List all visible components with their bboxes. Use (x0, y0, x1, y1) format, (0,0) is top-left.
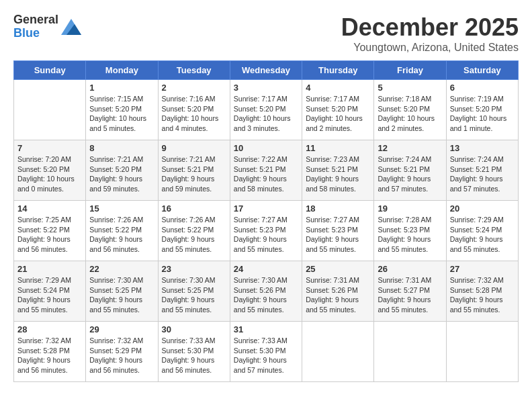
day-number: 18 (306, 203, 370, 214)
day-number: 26 (378, 264, 442, 274)
calendar-cell: 18Sunrise: 7:27 AMSunset: 5:23 PMDayligh… (302, 201, 374, 261)
day-number: 27 (450, 264, 515, 274)
day-number: 9 (162, 143, 226, 153)
day-number: 1 (89, 83, 154, 93)
cell-content: Sunrise: 7:27 AMSunset: 5:23 PMDaylight:… (306, 215, 370, 255)
day-number: 21 (17, 264, 82, 274)
calendar-cell: 9Sunrise: 7:21 AMSunset: 5:21 PMDaylight… (158, 140, 230, 201)
cell-content: Sunrise: 7:29 AMSunset: 5:24 PMDaylight:… (450, 215, 515, 255)
cell-content: Sunrise: 7:33 AMSunset: 5:30 PMDaylight:… (162, 336, 226, 375)
day-number: 6 (450, 83, 515, 93)
calendar-cell (374, 322, 446, 382)
calendar-cell: 23Sunrise: 7:30 AMSunset: 5:25 PMDayligh… (158, 261, 230, 322)
day-number: 19 (378, 203, 442, 214)
header-row: SundayMondayTuesdayWednesdayThursdayFrid… (14, 61, 519, 80)
calendar-week-3: 14Sunrise: 7:25 AMSunset: 5:22 PMDayligh… (14, 201, 519, 261)
calendar-cell: 31Sunrise: 7:33 AMSunset: 5:30 PMDayligh… (230, 322, 302, 382)
cell-content: Sunrise: 7:24 AMSunset: 5:21 PMDaylight:… (378, 154, 442, 194)
header-day-tuesday: Tuesday (158, 61, 230, 80)
day-number: 15 (89, 203, 154, 214)
calendar-cell: 28Sunrise: 7:32 AMSunset: 5:28 PMDayligh… (14, 322, 86, 382)
cell-content: Sunrise: 7:32 AMSunset: 5:28 PMDaylight:… (450, 275, 515, 315)
cell-content: Sunrise: 7:31 AMSunset: 5:26 PMDaylight:… (306, 275, 370, 315)
calendar-cell: 26Sunrise: 7:31 AMSunset: 5:27 PMDayligh… (374, 261, 446, 322)
calendar-cell: 27Sunrise: 7:32 AMSunset: 5:28 PMDayligh… (446, 261, 518, 322)
header-day-monday: Monday (86, 61, 158, 80)
cell-content: Sunrise: 7:29 AMSunset: 5:24 PMDaylight:… (17, 275, 82, 315)
day-number: 7 (17, 143, 82, 153)
day-number: 13 (450, 143, 515, 153)
cell-content: Sunrise: 7:23 AMSunset: 5:21 PMDaylight:… (306, 154, 370, 194)
cell-content: Sunrise: 7:21 AMSunset: 5:21 PMDaylight:… (162, 154, 226, 194)
cell-content: Sunrise: 7:21 AMSunset: 5:20 PMDaylight:… (89, 154, 154, 194)
cell-content: Sunrise: 7:22 AMSunset: 5:21 PMDaylight:… (234, 154, 298, 194)
calendar-cell: 11Sunrise: 7:23 AMSunset: 5:21 PMDayligh… (302, 140, 374, 201)
calendar-cell: 1Sunrise: 7:15 AMSunset: 5:20 PMDaylight… (86, 80, 158, 140)
calendar-cell: 3Sunrise: 7:17 AMSunset: 5:20 PMDaylight… (230, 80, 302, 140)
day-number: 11 (306, 143, 370, 153)
logo-general-text: General (13, 13, 58, 27)
calendar-cell: 24Sunrise: 7:30 AMSunset: 5:26 PMDayligh… (230, 261, 302, 322)
day-number: 28 (17, 324, 82, 334)
calendar-cell: 29Sunrise: 7:32 AMSunset: 5:29 PMDayligh… (86, 322, 158, 382)
cell-content: Sunrise: 7:17 AMSunset: 5:20 PMDaylight:… (306, 94, 370, 134)
calendar-body: 1Sunrise: 7:15 AMSunset: 5:20 PMDaylight… (14, 80, 519, 382)
cell-content: Sunrise: 7:28 AMSunset: 5:23 PMDaylight:… (378, 215, 442, 255)
cell-content: Sunrise: 7:16 AMSunset: 5:20 PMDaylight:… (162, 94, 226, 134)
calendar-week-1: 1Sunrise: 7:15 AMSunset: 5:20 PMDaylight… (14, 80, 519, 140)
page-header: General Blue December 2025 Youngtown, Ar… (13, 13, 519, 54)
calendar-cell: 13Sunrise: 7:24 AMSunset: 5:21 PMDayligh… (446, 140, 518, 201)
calendar-cell: 30Sunrise: 7:33 AMSunset: 5:30 PMDayligh… (158, 322, 230, 382)
day-number: 24 (234, 264, 298, 274)
calendar-cell (302, 322, 374, 382)
day-number: 2 (162, 83, 226, 93)
calendar-cell: 16Sunrise: 7:26 AMSunset: 5:22 PMDayligh… (158, 201, 230, 261)
calendar-cell: 19Sunrise: 7:28 AMSunset: 5:23 PMDayligh… (374, 201, 446, 261)
day-number: 20 (450, 203, 515, 214)
calendar-cell: 2Sunrise: 7:16 AMSunset: 5:20 PMDaylight… (158, 80, 230, 140)
month-title: December 2025 (341, 13, 519, 42)
day-number: 16 (162, 203, 226, 214)
day-number: 22 (89, 264, 154, 274)
calendar-cell: 5Sunrise: 7:18 AMSunset: 5:20 PMDaylight… (374, 80, 446, 140)
cell-content: Sunrise: 7:26 AMSunset: 5:22 PMDaylight:… (162, 215, 226, 255)
logo-icon (61, 19, 81, 35)
calendar-week-2: 7Sunrise: 7:20 AMSunset: 5:20 PMDaylight… (14, 140, 519, 201)
calendar-cell: 15Sunrise: 7:26 AMSunset: 5:22 PMDayligh… (86, 201, 158, 261)
header-day-wednesday: Wednesday (230, 61, 302, 80)
calendar-cell: 20Sunrise: 7:29 AMSunset: 5:24 PMDayligh… (446, 201, 518, 261)
location-title: Youngtown, Arizona, United States (341, 42, 519, 54)
calendar-table: SundayMondayTuesdayWednesdayThursdayFrid… (13, 60, 519, 382)
cell-content: Sunrise: 7:19 AMSunset: 5:20 PMDaylight:… (450, 94, 515, 134)
calendar-cell: 14Sunrise: 7:25 AMSunset: 5:22 PMDayligh… (14, 201, 86, 261)
cell-content: Sunrise: 7:33 AMSunset: 5:30 PMDaylight:… (234, 336, 298, 375)
day-number: 8 (89, 143, 154, 153)
day-number: 29 (89, 324, 154, 334)
cell-content: Sunrise: 7:17 AMSunset: 5:20 PMDaylight:… (234, 94, 298, 134)
calendar-cell: 25Sunrise: 7:31 AMSunset: 5:26 PMDayligh… (302, 261, 374, 322)
cell-content: Sunrise: 7:30 AMSunset: 5:26 PMDaylight:… (234, 275, 298, 315)
day-number: 30 (162, 324, 226, 334)
cell-content: Sunrise: 7:20 AMSunset: 5:20 PMDaylight:… (17, 154, 82, 194)
calendar-cell: 22Sunrise: 7:30 AMSunset: 5:25 PMDayligh… (86, 261, 158, 322)
calendar-header: SundayMondayTuesdayWednesdayThursdayFrid… (14, 61, 519, 80)
day-number: 3 (234, 83, 298, 93)
header-day-saturday: Saturday (446, 61, 518, 80)
title-section: December 2025 Youngtown, Arizona, United… (341, 13, 519, 54)
calendar-cell: 8Sunrise: 7:21 AMSunset: 5:20 PMDaylight… (86, 140, 158, 201)
logo-blue-text: Blue (13, 27, 58, 40)
day-number: 17 (234, 203, 298, 214)
cell-content: Sunrise: 7:30 AMSunset: 5:25 PMDaylight:… (162, 275, 226, 315)
day-number: 5 (378, 83, 442, 93)
header-day-sunday: Sunday (14, 61, 86, 80)
calendar-cell: 7Sunrise: 7:20 AMSunset: 5:20 PMDaylight… (14, 140, 86, 201)
calendar-cell: 21Sunrise: 7:29 AMSunset: 5:24 PMDayligh… (14, 261, 86, 322)
cell-content: Sunrise: 7:31 AMSunset: 5:27 PMDaylight:… (378, 275, 442, 315)
cell-content: Sunrise: 7:25 AMSunset: 5:22 PMDaylight:… (17, 215, 82, 255)
day-number: 12 (378, 143, 442, 153)
day-number: 31 (234, 324, 298, 334)
cell-content: Sunrise: 7:26 AMSunset: 5:22 PMDaylight:… (89, 215, 154, 255)
cell-content: Sunrise: 7:15 AMSunset: 5:20 PMDaylight:… (89, 94, 154, 134)
day-number: 4 (306, 83, 370, 93)
day-number: 25 (306, 264, 370, 274)
